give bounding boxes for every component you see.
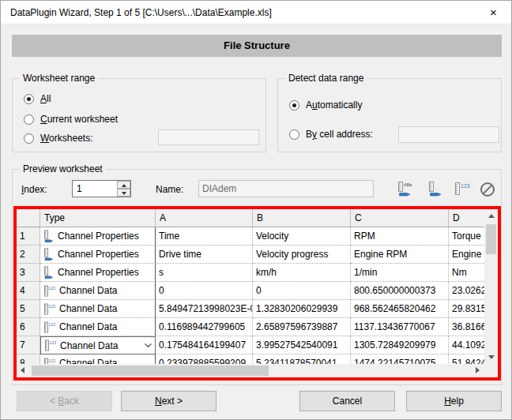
cell-address-input[interactable] — [398, 126, 499, 143]
header-col-b[interactable]: B — [253, 209, 351, 227]
row-number-cell: 1 — [17, 227, 40, 246]
scroll-down-button[interactable] — [484, 351, 498, 364]
data-cell[interactable]: 23.0262 — [449, 282, 484, 300]
ruler-name-pen-icon[interactable]: ABa — [397, 181, 416, 198]
table-row[interactable]: 5 123 Channel Data 5.84947213998023E-02 … — [17, 300, 484, 318]
radio-worksheets[interactable]: Worksheets: — [24, 133, 92, 144]
index-spinner[interactable]: 1 — [72, 180, 131, 197]
next-button[interactable]: Next > — [121, 391, 216, 411]
type-cell[interactable]: 123 Channel Data — [40, 282, 156, 300]
radio-by-cell-label: By cell address: — [306, 129, 373, 140]
cancel-button[interactable]: Cancel — [299, 391, 395, 411]
channel-properties-icon — [43, 230, 54, 243]
data-cell[interactable]: 1.32830206029939 — [253, 300, 351, 318]
svg-text:123: 123 — [48, 304, 55, 309]
radio-button-all[interactable] — [24, 94, 34, 104]
table-row[interactable]: 6 123 Channel Data 0.116989442799605 2.6… — [17, 318, 484, 336]
type-label: Channel Data — [59, 282, 117, 299]
worksheets-input[interactable] — [158, 129, 259, 145]
data-cell[interactable]: 2.65897596739887 — [253, 318, 351, 336]
header-col-c[interactable]: C — [351, 209, 449, 227]
data-cell[interactable]: 1474.22145710075 — [351, 354, 449, 364]
type-cell[interactable]: 123 Channel Data — [40, 354, 156, 364]
data-cell[interactable]: 36.8166 — [449, 318, 484, 336]
radio-by-cell-address[interactable]: By cell address: — [289, 129, 373, 140]
data-cell[interactable]: 1137.13436770067 — [351, 318, 449, 336]
scroll-left-button[interactable] — [17, 364, 30, 377]
table-row[interactable]: 3 Channel Properties s km/h 1/min Nm — [17, 264, 484, 282]
scroll-up-button[interactable] — [484, 209, 498, 223]
radio-current-worksheet[interactable]: Current worksheet — [24, 114, 118, 125]
data-cell[interactable]: 0.233978885599209 — [156, 354, 253, 364]
horizontal-scrollbar[interactable] — [17, 364, 484, 377]
type-cell[interactable]: Channel Properties — [40, 227, 156, 246]
preview-table: Type A B C D 1 Channel Properties Time V… — [17, 209, 498, 377]
row-number-cell: 6 — [17, 318, 40, 336]
data-cell[interactable]: s — [156, 264, 253, 282]
table-row[interactable]: 4 123 Channel Data 0 0 800.650000000373 … — [17, 282, 484, 300]
data-cell[interactable]: RPM — [351, 227, 449, 246]
radio-automatically[interactable]: Automatically — [289, 99, 362, 111]
type-cell[interactable]: 123 Channel Data — [40, 336, 156, 354]
ruler-pen-icon[interactable] — [427, 181, 446, 198]
table-row[interactable]: 8 123 Channel Data 0.233978885599209 5.2… — [17, 354, 484, 364]
data-cell[interactable]: 0 — [156, 282, 253, 300]
data-cell[interactable]: 44.1092 — [449, 336, 484, 354]
back-button[interactable]: < Back — [17, 391, 112, 411]
header-type[interactable]: Type — [40, 209, 156, 227]
radio-button-worksheets[interactable] — [24, 133, 34, 144]
header-col-a[interactable]: A — [156, 209, 253, 227]
table-row[interactable]: 7 123 Channel Data 0.175484164199407 3.9… — [17, 336, 484, 354]
channel-data-icon: 123 — [43, 357, 55, 365]
radio-all[interactable]: All — [24, 93, 51, 104]
type-cell[interactable]: Channel Properties — [40, 264, 156, 282]
no-type-icon[interactable] — [479, 181, 498, 198]
data-cell[interactable]: 51.8424 — [449, 354, 484, 364]
data-cell[interactable]: 1305.72849209979 — [351, 336, 449, 354]
spin-down-button[interactable] — [117, 189, 130, 197]
data-cell[interactable]: 0.175484164199407 — [156, 336, 253, 354]
step-header-title: File Structure — [224, 39, 290, 51]
radio-button-by-cell[interactable] — [289, 129, 299, 140]
index-value[interactable]: 1 — [73, 181, 117, 197]
data-cell[interactable]: Velocity progress — [253, 246, 351, 264]
radio-button-automatically[interactable] — [289, 100, 299, 111]
type-cell[interactable]: Channel Properties — [40, 246, 156, 264]
data-cell[interactable]: 0.116989442799605 — [156, 318, 253, 336]
type-cell[interactable]: 123 Channel Data — [40, 318, 156, 336]
type-cell[interactable]: 123 Channel Data — [40, 300, 156, 318]
data-cell[interactable]: 0 — [253, 282, 351, 300]
worksheet-name-input[interactable] — [198, 180, 374, 197]
data-cell[interactable]: Nm — [449, 264, 484, 282]
data-cell[interactable]: Torque — [449, 227, 484, 246]
table-row[interactable]: 1 Channel Properties Time Velocity RPM T… — [17, 227, 484, 246]
data-cell[interactable]: 29.8315 — [449, 300, 484, 318]
spin-up-button[interactable] — [117, 181, 130, 189]
dataplugin-wizard-window: DataPlugin Wizard, Step 1 of 5 [C:\Users… — [0, 0, 512, 420]
data-cell[interactable]: Engine RPM — [351, 246, 449, 264]
radio-button-current[interactable] — [24, 114, 34, 125]
data-cell[interactable]: km/h — [253, 264, 351, 282]
data-cell[interactable]: 800.650000000373 — [351, 282, 449, 300]
close-button[interactable]: × — [476, 1, 511, 24]
table-row[interactable]: 2 Channel Properties Drive time Velocity… — [17, 246, 484, 264]
header-col-d[interactable]: D — [449, 209, 484, 227]
data-cell[interactable]: 968.562465820462 — [351, 300, 449, 318]
ruler-123-icon[interactable]: 123 — [454, 181, 472, 198]
type-label: Channel Data — [59, 354, 117, 364]
data-cell[interactable]: 5.84947213998023E-02 — [156, 300, 253, 318]
data-cell[interactable]: Time — [156, 227, 253, 246]
scroll-right-button[interactable] — [471, 364, 484, 377]
data-cell[interactable]: Engine — [449, 246, 484, 264]
help-button[interactable]: Help — [406, 391, 502, 411]
vertical-scroll-thumb[interactable] — [486, 224, 496, 254]
data-cell[interactable]: Velocity — [253, 227, 351, 246]
data-cell[interactable]: 3.99527542540091 — [253, 336, 351, 354]
data-cell[interactable]: Drive time — [156, 246, 253, 264]
svg-text:123: 123 — [49, 340, 56, 345]
up-arrow-icon — [488, 214, 495, 218]
data-cell[interactable]: 5.23411878570041 — [253, 354, 351, 364]
horizontal-scroll-thumb[interactable] — [32, 366, 269, 376]
data-cell[interactable]: 1/min — [351, 264, 449, 282]
vertical-scrollbar[interactable] — [484, 209, 498, 364]
